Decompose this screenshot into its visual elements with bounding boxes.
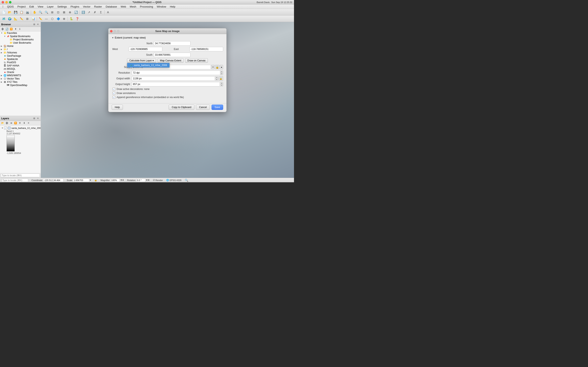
cb-draw-decorations[interactable]: ✓ xyxy=(112,88,115,91)
menu-plugins[interactable]: Plugins xyxy=(69,5,81,8)
east-input[interactable] xyxy=(190,47,223,51)
magnifier-input[interactable] xyxy=(111,179,120,182)
tree-item-wms-wmts[interactable]: ▶ 🌐 WMS/WMTS xyxy=(0,74,41,77)
cb-append-georeference[interactable]: ✓ xyxy=(112,96,115,99)
tree-item-spatial-bookmarks[interactable]: ▼ 📌 Spatial Bookmarks xyxy=(0,35,41,38)
save-as-button[interactable]: 📋 xyxy=(18,9,24,15)
scale-dropdown-arrow[interactable]: ▾ xyxy=(211,65,215,69)
layer-open-button[interactable]: 📂 xyxy=(1,121,5,125)
messages-icon[interactable]: 🔍 xyxy=(185,179,188,182)
layer-eye-button[interactable]: 👁 xyxy=(9,121,13,125)
zoom-selection-button[interactable]: ⊠ xyxy=(61,9,67,15)
py-console-btn[interactable]: 🐍 xyxy=(68,16,74,22)
menu-processing[interactable]: Processing xyxy=(138,5,155,8)
scale-spinner-up[interactable]: ▲ xyxy=(220,65,223,69)
scale-lock-button[interactable]: 🔒 xyxy=(215,65,219,69)
open-project-button[interactable]: 📂 xyxy=(7,9,12,15)
layer-add-button[interactable]: ➕ xyxy=(5,121,9,125)
layer-move-down-button[interactable]: ⬇ xyxy=(22,121,26,125)
label-button[interactable]: A xyxy=(105,9,111,15)
layers-dock-button[interactable]: ⊞ xyxy=(33,117,36,120)
select-button[interactable]: ↗ xyxy=(86,9,92,15)
browser-filter-button[interactable]: 🔽 xyxy=(9,27,13,31)
browser-refresh-button[interactable]: 🔄 xyxy=(5,27,9,31)
dropdown-item-santa-barbara[interactable]: ■ santa_barbara_13_mhw_2008 xyxy=(127,63,169,67)
epsg-label[interactable]: EPSG:4326 xyxy=(170,179,182,182)
help-btn2[interactable]: ❓ xyxy=(74,16,80,22)
browser-info-button[interactable]: ℹ xyxy=(18,27,22,31)
help-button[interactable]: Help xyxy=(112,105,123,110)
menu-layer[interactable]: Layer xyxy=(45,5,55,8)
digitize-btn5[interactable]: ⊕ xyxy=(61,16,67,22)
plugins-btn6[interactable]: 📊 xyxy=(30,16,36,22)
tree-item-root[interactable]: ▶ 📁 / xyxy=(0,48,41,51)
tree-item-xyz-tiles[interactable]: ▶ ⊞ XYZ Tiles xyxy=(0,80,41,83)
locate-input[interactable] xyxy=(1,174,40,177)
menu-settings[interactable]: Settings xyxy=(56,5,69,8)
magnifier-spinner[interactable]: ⬆⬇ xyxy=(120,179,124,182)
extent-collapse-arrow[interactable]: ▼ xyxy=(112,36,114,39)
width-height-lock-button[interactable]: 🔒 xyxy=(219,76,223,81)
menu-vector[interactable]: Vector xyxy=(81,5,92,8)
digitize-btn2[interactable]: — xyxy=(43,16,49,22)
map-canvas-extent-button[interactable]: Map Canvas Extent xyxy=(158,58,183,63)
browser-close-button[interactable]: ✕ xyxy=(36,23,39,26)
draw-on-canvas-button[interactable]: Draw on Canvas xyxy=(185,58,208,63)
menu-edit[interactable]: Edit xyxy=(28,5,35,8)
layer-visibility-checkbox[interactable]: ✓ xyxy=(4,127,7,129)
layer-remove-button[interactable]: ✕ xyxy=(26,121,30,125)
tree-item-oracle[interactable]: ● Oracle xyxy=(0,71,41,74)
maximize-button[interactable] xyxy=(9,1,11,3)
scale-dropdown-icon[interactable]: ▾ xyxy=(90,179,91,182)
identify-button[interactable]: ℹ️ xyxy=(80,9,86,15)
menu-qgis[interactable]: QGIS xyxy=(6,5,16,8)
output-height-spinner[interactable]: ▲ ▼ xyxy=(220,82,223,86)
tree-item-home[interactable]: ▶ 🏠 Home xyxy=(0,44,41,48)
south-input[interactable] xyxy=(154,53,190,57)
output-width-input[interactable] xyxy=(132,76,215,81)
pan-to-selection-button[interactable]: ⊕ xyxy=(67,9,73,15)
layer-filter-button[interactable]: 🔽 xyxy=(13,121,17,125)
tree-item-favorites[interactable]: ▼ ⭐ Favorites xyxy=(0,31,41,35)
menu-database[interactable]: Database xyxy=(104,5,119,8)
plugins-btn1[interactable]: 🗺️ xyxy=(1,16,7,22)
coordinate-input[interactable] xyxy=(43,179,63,182)
output-height-input[interactable] xyxy=(132,82,220,86)
dialog-max-button[interactable] xyxy=(117,30,120,33)
tree-item-geopackage[interactable]: ■ GeoPackage xyxy=(0,54,41,58)
tree-item-volumes[interactable]: ▶ 📁 /Volumes xyxy=(0,51,41,54)
resolution-spinner-down[interactable]: ▼ xyxy=(221,73,223,75)
output-height-spinner-up[interactable]: ▲ xyxy=(221,82,223,84)
stats-button[interactable]: Σ xyxy=(98,9,104,15)
plugins-btn2[interactable]: 🌍 xyxy=(7,16,12,22)
rotation-input[interactable] xyxy=(136,179,145,182)
copy-to-clipboard-button[interactable]: Copy to Clipboard xyxy=(169,105,194,110)
minimize-button[interactable] xyxy=(5,1,8,3)
tree-item-postgis[interactable]: 🐘 PostGIS xyxy=(0,61,41,64)
refresh-button[interactable]: 🔄 xyxy=(73,9,79,15)
deselect-button[interactable]: ✗ xyxy=(92,9,98,15)
output-height-spinner-down[interactable]: ▼ xyxy=(221,84,223,86)
close-button[interactable] xyxy=(2,1,4,3)
plugins-btn5[interactable]: ⊞ xyxy=(25,16,30,22)
calculate-from-layer-button[interactable]: Calculate from Layer ▾ xyxy=(127,58,156,63)
layers-close-button[interactable]: ✕ xyxy=(36,117,39,120)
menu-mesh[interactable]: Mesh xyxy=(128,5,138,8)
cancel-button[interactable]: Cancel xyxy=(196,105,210,110)
output-width-spinner[interactable]: ▲ ▼ xyxy=(215,76,218,81)
tree-item-sap-hana[interactable]: 🗄 SAP HANA xyxy=(0,64,41,67)
save-button[interactable]: Save xyxy=(212,105,223,110)
resolution-spinner-up[interactable]: ▲ xyxy=(221,71,223,73)
browser-dock-button[interactable]: ⊞ xyxy=(33,23,36,26)
cb-draw-annotations[interactable]: ✓ xyxy=(112,92,115,95)
plugins-btn3[interactable]: 📐 xyxy=(13,16,18,22)
layer-item-santa-barbara[interactable]: ▼ ✓ santa_barbara_13_mhw_2008 xyxy=(1,126,40,130)
print-button[interactable]: 🖨️ xyxy=(25,9,30,15)
zoom-layer-button[interactable]: ⊡ xyxy=(55,9,61,15)
layer-move-up-button[interactable]: ⬆ xyxy=(18,121,22,125)
tree-item-mssql[interactable]: 🗃 MSSQL xyxy=(0,67,41,71)
resolution-spinner[interactable]: ▲ ▼ xyxy=(220,71,223,75)
menu-project[interactable]: Project xyxy=(16,5,27,8)
zoom-full-button[interactable]: ⊞ xyxy=(49,9,55,15)
rotation-spinner[interactable]: ⬆⬇ xyxy=(146,179,150,182)
